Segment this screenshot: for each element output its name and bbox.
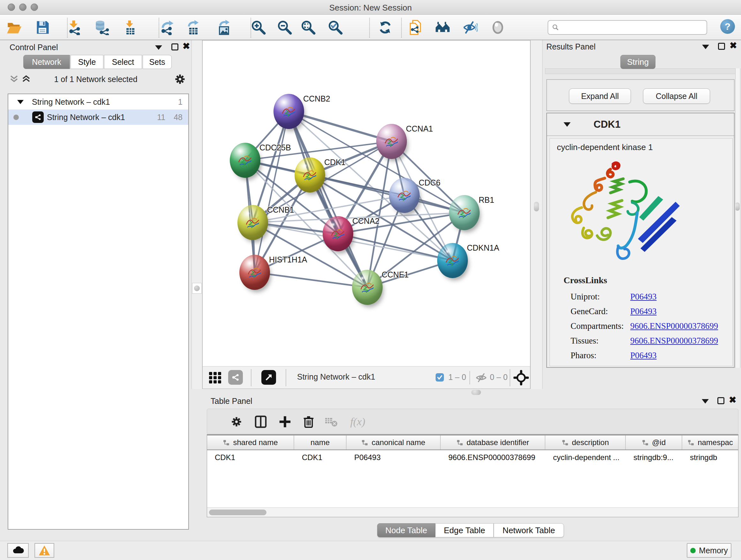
gene-header-row[interactable]: CDK1: [547, 113, 734, 136]
cell-namespace[interactable]: stringdb: [682, 451, 738, 464]
network-options-gear-icon[interactable]: [174, 73, 186, 85]
hide-selected-eye-icon[interactable]: [462, 19, 478, 36]
cell-id[interactable]: stringdb:9...: [626, 451, 682, 464]
expand-all-chevron-icon[interactable]: [20, 73, 32, 85]
string-share-icon[interactable]: [228, 370, 243, 385]
cell-description[interactable]: cyclin-dependent ...: [545, 451, 626, 464]
show-all-eye-icon[interactable]: [489, 19, 506, 36]
help-button[interactable]: ?: [720, 19, 735, 34]
column-header-name[interactable]: name: [294, 435, 347, 449]
edge-CCNB2-HIST1H1A[interactable]: [255, 111, 289, 272]
export-table-icon[interactable]: [185, 19, 202, 36]
scrollbar-thumb[interactable]: [209, 509, 266, 515]
panel-float-icon[interactable]: [718, 397, 724, 404]
node-CCNA2[interactable]: [323, 216, 353, 251]
edge-CCNB2-CCNA1[interactable]: [289, 111, 392, 141]
splitter-handle[interactable]: [192, 283, 202, 294]
collapse-all-button[interactable]: Collapse All: [643, 88, 710, 104]
zoom-selected-icon[interactable]: [327, 19, 344, 36]
open-in-browser-icon[interactable]: [261, 370, 276, 385]
column-header-canonical-name[interactable]: canonical name: [347, 435, 441, 449]
node-CDC25B[interactable]: [230, 143, 260, 178]
selected-nodes-checkbox-icon[interactable]: [435, 373, 444, 381]
panel-close-icon[interactable]: ✖: [729, 396, 736, 403]
cell-canonical-name[interactable]: P06493: [347, 451, 441, 464]
tab-network-table[interactable]: Network Table: [494, 523, 564, 537]
import-network-database-icon[interactable]: [93, 19, 110, 36]
hidden-eye-icon[interactable]: [475, 371, 488, 386]
network-collection-row[interactable]: String Network – cdk1 1: [8, 94, 188, 110]
node-CCNE1[interactable]: [352, 270, 383, 305]
crosslink-link[interactable]: P06493: [630, 292, 657, 302]
right-splitter[interactable]: [530, 40, 542, 389]
splitter-handle[interactable]: [534, 202, 539, 211]
crosshair-icon[interactable]: [514, 370, 529, 387]
network-row-selected[interactable]: String Network – cdk1 11 48: [8, 110, 188, 125]
table-settings-gear-icon[interactable]: [228, 414, 245, 430]
memory-button[interactable]: Memory: [687, 543, 731, 558]
cloud-button[interactable]: [7, 543, 29, 558]
collapse-all-chevron-icon[interactable]: [8, 73, 20, 85]
panel-menu-caret-icon[interactable]: [702, 45, 709, 49]
node-RB1[interactable]: [449, 195, 480, 230]
node-CCNA1[interactable]: [376, 124, 407, 159]
import-network-file-icon[interactable]: [66, 19, 83, 36]
cell-database-identifier[interactable]: 9606.ENSP00000378699: [441, 451, 545, 464]
table-horizontal-scrollbar[interactable]: [207, 507, 738, 517]
grid-view-icon[interactable]: [208, 371, 222, 386]
crosslink-link[interactable]: 9606.ENSP00000378699: [630, 321, 718, 331]
zoom-in-icon[interactable]: [250, 19, 267, 36]
save-session-icon[interactable]: [34, 19, 51, 36]
panel-close-icon[interactable]: ✖: [183, 43, 190, 50]
gene-collapse-caret-icon[interactable]: [563, 122, 570, 127]
refresh-icon[interactable]: [377, 19, 394, 36]
tab-style[interactable]: Style: [71, 55, 104, 69]
column-header-namespace[interactable]: namespac: [682, 435, 738, 449]
node-CDC6[interactable]: [389, 178, 420, 213]
delete-column-trash-icon[interactable]: [300, 414, 317, 430]
column-header-id[interactable]: @id: [626, 435, 682, 449]
crosslink-link[interactable]: P06493: [630, 307, 657, 316]
tab-string[interactable]: String: [620, 55, 656, 69]
node-CCNB2[interactable]: [273, 94, 304, 129]
column-header-database-identifier[interactable]: database identifier: [441, 435, 545, 449]
node-CCNB1[interactable]: [238, 205, 268, 240]
node-HIST1H1A[interactable]: [239, 255, 270, 290]
tab-network[interactable]: Network: [23, 55, 70, 69]
panel-close-icon[interactable]: ✖: [730, 42, 737, 49]
export-image-icon[interactable]: [216, 19, 232, 36]
crosslink-link[interactable]: 9606.ENSP00000378699: [630, 336, 718, 346]
export-network-icon[interactable]: [159, 19, 176, 36]
expand-all-button[interactable]: Expand All: [569, 88, 631, 104]
panel-float-icon[interactable]: [172, 44, 179, 51]
edge-CDK1-RB1[interactable]: [310, 175, 464, 212]
warning-button[interactable]: [35, 543, 54, 558]
cell-shared-name[interactable]: CDK1: [207, 451, 294, 464]
panel-menu-caret-icon[interactable]: [155, 45, 162, 50]
scrollbar-thumb[interactable]: [735, 202, 740, 211]
import-table-file-icon[interactable]: [122, 19, 138, 36]
create-column-plus-icon[interactable]: [277, 414, 293, 430]
zoom-fit-icon[interactable]: [300, 19, 317, 36]
tab-edge-table[interactable]: Edge Table: [435, 523, 494, 537]
node-CDKN1A[interactable]: [437, 243, 468, 278]
results-scrollbar[interactable]: [735, 68, 740, 368]
column-header-description[interactable]: description: [545, 435, 626, 449]
clone-network-icon[interactable]: [407, 19, 424, 36]
crosslink-link[interactable]: P06493: [630, 351, 657, 361]
show-columns-icon[interactable]: [253, 414, 269, 430]
cell-name[interactable]: CDK1: [294, 451, 347, 464]
tab-sets[interactable]: Sets: [143, 55, 172, 69]
open-session-icon[interactable]: [6, 19, 22, 36]
tab-select[interactable]: Select: [104, 55, 142, 69]
panel-float-icon[interactable]: [718, 43, 725, 50]
panel-menu-caret-icon[interactable]: [702, 399, 709, 403]
zoom-out-icon[interactable]: [276, 19, 293, 36]
first-neighbors-icon[interactable]: [434, 19, 451, 36]
network-layer[interactable]: CCNB2CCNA1CDC25BCDK1CDC6RB1CCNB1CCNA2CDK…: [203, 41, 531, 366]
tab-node-table[interactable]: Node Table: [377, 523, 435, 537]
column-header-shared-name[interactable]: shared name: [207, 435, 294, 449]
horizontal-splitter[interactable]: [192, 389, 741, 396]
edge-HIST1H1A-CCNE1[interactable]: [255, 272, 367, 287]
search-input[interactable]: [548, 20, 707, 35]
